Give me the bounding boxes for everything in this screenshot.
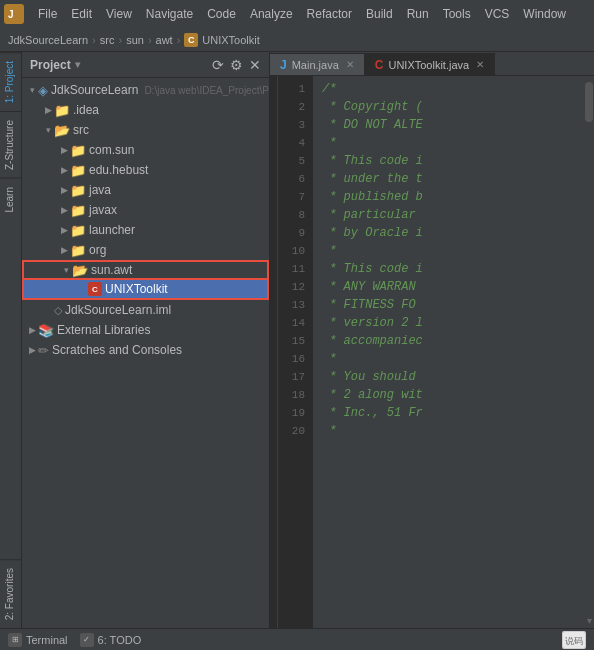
edu-hebust-label: edu.hebust [89, 163, 148, 177]
left-tab-favorites[interactable]: 2: Favorites [0, 559, 21, 628]
bottom-tab-todo[interactable]: ✓ 6: TODO [80, 633, 142, 647]
java-label: java [89, 183, 111, 197]
tree-edu-hebust[interactable]: ▶ 📁 edu.hebust [22, 160, 269, 180]
idea-arrow: ▶ [42, 104, 54, 116]
tree-java[interactable]: ▶ 📁 java [22, 180, 269, 200]
editor-gutter [270, 76, 278, 628]
menu-refactor[interactable]: Refactor [301, 4, 358, 24]
com-sun-arrow: ▶ [58, 144, 70, 156]
java-arrow: ▶ [58, 184, 70, 196]
com-sun-folder-icon: 📁 [70, 143, 86, 158]
menu-build[interactable]: Build [360, 4, 399, 24]
watermark-icon: 说码 [562, 631, 586, 649]
scroll-down-arrow[interactable]: ▾ [587, 615, 592, 626]
code-line-7: * published b [322, 188, 576, 206]
left-tab-project[interactable]: 1: Project [0, 52, 21, 111]
project-title: Project ▾ [30, 58, 80, 72]
tab-main-java-close[interactable]: ✕ [346, 59, 354, 70]
ext-libs-arrow: ▶ [26, 324, 38, 336]
breadcrumb-jdksourcelearn[interactable]: JdkSourceLearn [8, 34, 88, 46]
menu-code[interactable]: Code [201, 4, 242, 24]
tree-root[interactable]: ▾ ◈ JdkSourceLearn D:\java web\IDEA_Proj… [22, 80, 269, 100]
breadcrumb: JdkSourceLearn › src › sun › awt › C UNI… [0, 28, 594, 52]
project-refresh-icon[interactable]: ⟳ [212, 57, 224, 73]
project-close-icon[interactable]: ✕ [249, 57, 261, 73]
src-folder-icon: 📂 [54, 123, 70, 138]
terminal-icon: ⊞ [8, 633, 22, 647]
code-line-15: * accompaniec [322, 332, 576, 350]
code-line-5: * This code i [322, 152, 576, 170]
sun-awt-arrow: ▾ [60, 264, 72, 276]
code-line-18: * 2 along wit [322, 386, 576, 404]
tab-unixtoolkit-close[interactable]: ✕ [476, 59, 484, 70]
menu-view[interactable]: View [100, 4, 138, 24]
tree-javax[interactable]: ▶ 📁 javax [22, 200, 269, 220]
src-arrow: ▾ [42, 124, 54, 136]
idea-folder-icon: 📁 [54, 103, 70, 118]
scratches-label: Scratches and Consoles [52, 343, 182, 357]
menu-analyze[interactable]: Analyze [244, 4, 299, 24]
org-arrow: ▶ [58, 244, 70, 256]
main-java-icon: J [280, 58, 287, 72]
menu-run[interactable]: Run [401, 4, 435, 24]
tree-src[interactable]: ▾ 📂 src [22, 120, 269, 140]
left-tab-learn[interactable]: Learn [0, 178, 21, 221]
menu-vcs[interactable]: VCS [479, 4, 516, 24]
left-tabs: 1: Project Z-Structure Learn 2: Favorite… [0, 52, 22, 628]
edu-hebust-arrow: ▶ [58, 164, 70, 176]
scratches-icon: ✏ [38, 343, 49, 358]
scrollbar-thumb[interactable] [585, 82, 593, 122]
code-line-2: * Copyright ( [322, 98, 576, 116]
project-dropdown-arrow[interactable]: ▾ [75, 59, 80, 70]
code-line-16: * [322, 350, 576, 368]
todo-icon: ✓ [80, 633, 94, 647]
tree-idea[interactable]: ▶ 📁 .idea [22, 100, 269, 120]
root-icon: ◈ [38, 83, 48, 98]
launcher-folder-icon: 📁 [70, 223, 86, 238]
sun-awt-folder-icon: 📂 [72, 263, 88, 278]
breadcrumb-unixtoolkit[interactable]: UNIXToolkit [202, 34, 259, 46]
tab-main-java[interactable]: J Main.java ✕ [270, 53, 365, 75]
tree-unixtoolkit[interactable]: C UNIXToolkit [22, 280, 269, 300]
breadcrumb-class-icon: C [184, 33, 198, 47]
code-line-19: * Inc., 51 Fr [322, 404, 576, 422]
line-numbers: 12345 678910 1112131415 1617181920 [278, 76, 314, 628]
menu-file[interactable]: File [32, 4, 63, 24]
todo-label: 6: TODO [98, 634, 142, 646]
code-line-1: /* [322, 80, 576, 98]
editor-content: 12345 678910 1112131415 1617181920 /* * … [270, 76, 594, 628]
tree-org[interactable]: ▶ 📁 org [22, 240, 269, 260]
root-path: D:\java web\IDEA_Project\Proje [144, 85, 269, 96]
editor-area: J Main.java ✕ C UNIXToolkit.java ✕ 12345… [270, 52, 594, 628]
svg-rect-0 [4, 4, 24, 24]
idea-label: .idea [73, 103, 99, 117]
java-folder-icon: 📁 [70, 183, 86, 198]
bottom-tab-terminal[interactable]: ⊞ Terminal [8, 633, 68, 647]
tree-iml[interactable]: ◇ JdkSourceLearn.iml [22, 300, 269, 320]
breadcrumb-sep-4: › [177, 34, 181, 46]
menu-navigate[interactable]: Navigate [140, 4, 199, 24]
code-line-11: * This code i [322, 260, 576, 278]
unixtoolkit-label: UNIXToolkit [105, 282, 168, 296]
left-tab-structure[interactable]: Z-Structure [0, 111, 21, 178]
vertical-scrollbar[interactable]: ▾ [584, 76, 594, 628]
breadcrumb-awt[interactable]: awt [156, 34, 173, 46]
tree-scratches[interactable]: ▶ ✏ Scratches and Consoles [22, 340, 269, 360]
tree-com-sun[interactable]: ▶ 📁 com.sun [22, 140, 269, 160]
tab-unixtoolkit-java[interactable]: C UNIXToolkit.java ✕ [365, 53, 495, 75]
project-settings-icon[interactable]: ⚙ [230, 57, 243, 73]
tree-external-libs[interactable]: ▶ 📚 External Libraries [22, 320, 269, 340]
breadcrumb-sun[interactable]: sun [126, 34, 144, 46]
com-sun-label: com.sun [89, 143, 134, 157]
editor-tabs: J Main.java ✕ C UNIXToolkit.java ✕ [270, 52, 594, 76]
sun-awt-label: sun.awt [91, 263, 132, 277]
menu-edit[interactable]: Edit [65, 4, 98, 24]
tree-launcher[interactable]: ▶ 📁 launcher [22, 220, 269, 240]
menu-window[interactable]: Window [517, 4, 572, 24]
code-area[interactable]: /* * Copyright ( * DO NOT ALTE * * This … [314, 76, 584, 628]
menu-tools[interactable]: Tools [437, 4, 477, 24]
breadcrumb-src[interactable]: src [100, 34, 115, 46]
breadcrumb-sep-3: › [148, 34, 152, 46]
tree-sun-awt[interactable]: ▾ 📂 sun.awt [22, 260, 269, 280]
code-line-3: * DO NOT ALTE [322, 116, 576, 134]
